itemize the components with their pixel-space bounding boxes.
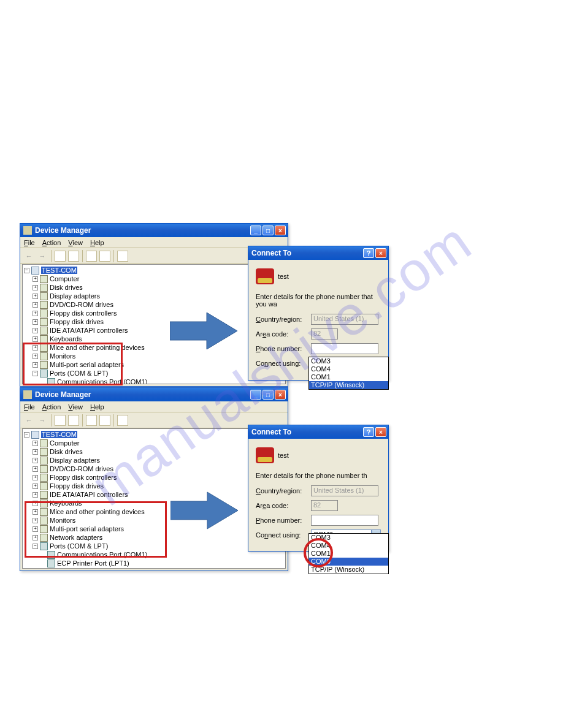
connection-name: test [278,452,289,459]
tree-item[interactable]: Floppy disk drives [50,482,104,490]
tree-root[interactable]: TEST-COM [41,267,77,274]
forward-button[interactable]: → [36,414,48,427]
close-button[interactable]: × [375,248,386,258]
close-button[interactable]: × [275,226,286,235]
toolbar-icon-2[interactable] [68,251,79,262]
tree-port-item[interactable]: ECP Printer Port (LPT1) [57,559,129,567]
tree-item[interactable]: IDE ATA/ATAPI controllers [50,327,128,334]
tree-item[interactable]: Multi-port serial adapters [50,525,124,533]
connection-name: test [278,273,289,280]
dialog-instruction: Enter details for the phone number that … [256,293,381,308]
tree-item[interactable]: Computer [50,275,79,282]
dropdown-option[interactable]: COM4 [309,542,388,550]
tree-item[interactable]: Mice and other pointing devices [50,344,145,351]
help-button[interactable]: ? [363,427,374,437]
dropdown-option[interactable]: COM4 [309,365,388,373]
arrow-icon [170,309,237,352]
tree-item[interactable]: Display adapters [50,292,100,300]
maximize-button[interactable]: □ [262,226,274,235]
area-code-field: 82 [311,328,338,339]
tree-port-item[interactable]: Communications Port (COM1) [57,378,147,384]
menu-action[interactable]: Action [42,239,61,246]
tree-item[interactable]: Keyboards [50,335,82,343]
toolbar-icon-1[interactable] [55,415,66,426]
toolbar-icon-2[interactable] [68,415,79,426]
toolbar-icon-4[interactable] [99,251,110,262]
tree-item[interactable]: IDE ATA/ATAPI controllers [50,491,128,498]
menu-file[interactable]: File [24,403,35,411]
dropdown-option[interactable]: COM1 [309,550,388,558]
titlebar[interactable]: Device Manager _ □ × [20,224,288,237]
arrow-icon [170,489,238,532]
tree-item[interactable]: Mice and other pointing devices [50,508,145,515]
tree-item[interactable]: Display adapters [50,457,100,464]
titlebar[interactable]: Connect To ? × [248,425,388,439]
tree-port-item[interactable]: Communications Port (COM1) [57,551,147,558]
minimize-button[interactable]: _ [250,226,261,235]
svg-marker-1 [170,492,238,529]
area-code-field: 82 [311,500,338,511]
titlebar[interactable]: Connect To ? × [248,246,388,260]
tree-port-item-highlighted[interactable]: FB200AS (COM5) [57,568,112,569]
tree-item[interactable]: Multi-port serial adapters [50,361,124,368]
connect-dropdown-1[interactable]: COM3 COM4 COM1 TCP/IP (Winsock) [308,357,389,390]
tree-item[interactable]: Network adapters [50,534,102,541]
menu-action[interactable]: Action [42,403,61,411]
toolbar-icon-1[interactable] [55,251,66,262]
dropdown-option-selected[interactable]: COM5 [309,558,388,566]
connect-to-dialog-2: Connect To ? × test Enter details for th… [248,425,389,552]
phone-number-field[interactable] [311,515,378,526]
window-title: Device Manager [35,226,250,235]
tree-item[interactable]: Monitors [50,352,75,360]
connect-dropdown-2[interactable]: COM3 COM4 COM1 COM5 TCP/IP (Winsock) [308,533,389,574]
minimize-button[interactable]: _ [250,390,261,400]
menu-file[interactable]: FFileile [24,239,35,246]
tree-item[interactable]: Keyboards [50,499,82,507]
phone-number-field[interactable] [311,343,378,354]
dialog-title: Connect To [251,428,363,436]
menu-help[interactable]: Help [90,403,104,411]
tree-ports[interactable]: Ports (COM & LPT) [50,542,108,550]
window-title: Device Manager [35,390,250,399]
menu-view[interactable]: View [68,403,83,411]
device-tree[interactable]: −TEST-COM +Computer +Disk drives +Displa… [22,428,286,569]
back-button[interactable]: ← [23,250,35,262]
country-field: United States (1) [311,314,378,325]
tree-item[interactable]: DVD/CD-ROM drives [50,465,113,472]
tree-item[interactable]: Disk drives [50,284,83,291]
dropdown-option[interactable]: TCP/IP (Winsock) [309,566,388,574]
close-button[interactable]: × [375,427,386,437]
tree-item[interactable]: Floppy disk drives [50,318,104,325]
menu-view[interactable]: View [68,239,83,246]
device-tree[interactable]: −TEST-COM +Computer +Disk drives +Displa… [22,264,286,384]
toolbar-icon-3[interactable] [86,415,97,426]
dropdown-option[interactable]: COM3 [309,534,388,542]
tree-item[interactable]: Floppy disk controllers [50,474,117,481]
maximize-button[interactable]: □ [262,390,274,400]
dialog-instruction: Enter details for the phone number th [256,472,381,479]
titlebar[interactable]: Device Manager _ □ × [20,388,288,401]
menu-help[interactable]: Help [90,239,104,246]
help-button[interactable]: ? [363,248,374,258]
toolbar-icon-4[interactable] [99,415,110,426]
tree-item[interactable]: Disk drives [50,448,83,455]
tree-ports[interactable]: Ports (COM & LPT) [50,370,108,377]
dialog-title: Connect To [251,249,363,257]
app-icon [23,226,32,235]
toolbar-icon-5[interactable] [117,251,128,262]
dropdown-option-selected[interactable]: TCP/IP (Winsock) [309,381,388,389]
back-button[interactable]: ← [23,414,35,427]
dropdown-option[interactable]: COM3 [309,357,388,365]
toolbar-icon-3[interactable] [86,251,97,262]
phone-icon [256,268,274,284]
forward-button[interactable]: → [36,250,48,262]
tree-item[interactable]: Floppy disk controllers [50,309,117,317]
tree-item[interactable]: Computer [50,439,79,447]
tree-item[interactable]: Monitors [50,517,75,524]
tree-root[interactable]: TEST-COM [41,431,77,438]
dropdown-option[interactable]: COM1 [309,373,388,381]
app-icon [23,390,32,399]
toolbar-icon-5[interactable] [117,415,128,426]
tree-item[interactable]: DVD/CD-ROM drives [50,301,113,308]
close-button[interactable]: × [275,390,286,400]
